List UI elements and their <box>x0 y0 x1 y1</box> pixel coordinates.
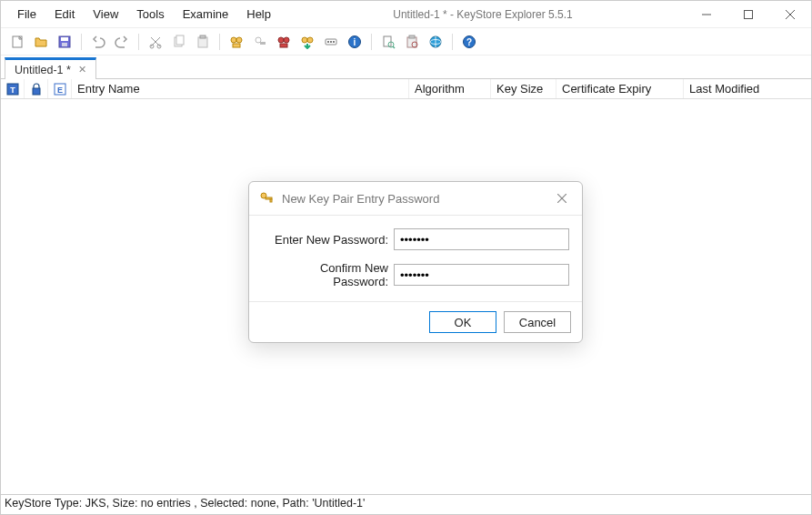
menu-examine[interactable]: Examine <box>174 4 238 25</box>
confirm-password-label: Confirm New Password: <box>262 261 394 288</box>
dialog-buttons: OK Cancel <box>249 302 582 342</box>
save-icon[interactable] <box>54 31 75 53</box>
confirm-password-input[interactable] <box>394 264 569 286</box>
maximize-button[interactable] <box>727 1 769 27</box>
svg-rect-20 <box>260 42 266 45</box>
svg-rect-14 <box>198 37 207 47</box>
column-cert-expiry[interactable]: Certificate Expiry <box>556 79 684 98</box>
svg-rect-32 <box>384 36 391 46</box>
copy-icon[interactable] <box>168 31 190 53</box>
column-entry-name[interactable]: Entry Name <box>72 79 409 98</box>
svg-rect-13 <box>176 35 184 45</box>
generate-keypair-icon[interactable] <box>226 31 247 53</box>
svg-rect-6 <box>61 37 68 41</box>
menu-help[interactable]: Help <box>237 4 280 25</box>
enter-password-label: Enter New Password: <box>262 233 394 247</box>
window-title: Untitled-1 * - KeyStore Explorer 5.5.1 <box>280 8 686 21</box>
examine-clipboard-icon[interactable] <box>401 31 423 53</box>
column-type[interactable]: T <box>1 79 25 98</box>
separator <box>138 34 139 50</box>
svg-rect-1 <box>745 10 753 18</box>
enter-password-input[interactable] <box>394 228 569 250</box>
set-password-icon[interactable] <box>320 31 342 53</box>
svg-point-24 <box>302 37 307 43</box>
cancel-button[interactable]: Cancel <box>504 311 571 333</box>
column-algorithm[interactable]: Algorithm <box>409 79 491 98</box>
separator <box>452 34 453 50</box>
svg-point-25 <box>307 37 313 43</box>
svg-point-28 <box>330 41 332 43</box>
new-icon[interactable] <box>6 31 28 53</box>
window-controls <box>686 1 811 27</box>
svg-rect-18 <box>233 44 240 47</box>
table-header: T E Entry Name Algorithm Key Size Certif… <box>1 79 811 99</box>
svg-text:T: T <box>10 86 15 95</box>
minimize-button[interactable] <box>686 1 727 27</box>
menu-edit[interactable]: Edit <box>45 4 84 25</box>
properties-icon[interactable]: i <box>344 31 366 53</box>
toolbar: i ? <box>1 28 811 56</box>
redo-icon[interactable] <box>111 31 133 53</box>
import-keypair-icon[interactable] <box>273 31 295 53</box>
dialog-body: Enter New Password: Confirm New Password… <box>249 215 582 302</box>
tab-close-icon[interactable]: ✕ <box>78 64 86 76</box>
import-cert-icon[interactable] <box>296 31 318 53</box>
svg-rect-50 <box>270 199 272 202</box>
dialog-title: New Key Pair Entry Password <box>282 192 551 206</box>
svg-point-29 <box>333 41 335 43</box>
cut-icon[interactable] <box>145 31 166 53</box>
paste-icon[interactable] <box>192 31 214 53</box>
keys-icon <box>258 190 275 207</box>
tab-label: Untitled-1 * <box>15 64 71 76</box>
expiry-icon: E <box>53 82 67 96</box>
column-expiry-status[interactable]: E <box>48 79 72 98</box>
column-lock[interactable] <box>25 79 48 98</box>
examine-file-icon[interactable] <box>377 31 399 53</box>
svg-point-22 <box>284 37 289 43</box>
generate-secret-key-icon[interactable] <box>249 31 271 53</box>
close-button[interactable] <box>769 1 811 27</box>
svg-text:i: i <box>354 37 356 47</box>
status-bar: KeyStore Type: JKS, Size: no entries , S… <box>1 494 811 514</box>
svg-text:E: E <box>56 86 62 95</box>
tab-untitled[interactable]: Untitled-1 * ✕ <box>5 57 96 79</box>
title-bar: File Edit View Tools Examine Help Untitl… <box>1 1 811 28</box>
separator <box>81 34 82 50</box>
svg-rect-45 <box>33 88 40 95</box>
dialog-close-button[interactable] <box>551 187 573 209</box>
svg-rect-23 <box>280 44 287 47</box>
separator <box>371 34 372 50</box>
column-last-modified[interactable]: Last Modified <box>684 79 811 98</box>
type-icon: T <box>5 82 20 96</box>
svg-rect-7 <box>62 43 67 46</box>
lock-icon <box>29 82 44 96</box>
help-icon[interactable]: ? <box>458 31 480 53</box>
undo-icon[interactable] <box>87 31 109 53</box>
column-key-size[interactable]: Key Size <box>491 79 556 98</box>
svg-point-21 <box>278 37 284 43</box>
svg-point-27 <box>327 41 329 43</box>
examine-ssl-icon[interactable] <box>425 31 446 53</box>
svg-line-34 <box>393 46 395 48</box>
separator <box>219 34 220 50</box>
tab-row: Untitled-1 * ✕ <box>1 56 811 79</box>
menu-file[interactable]: File <box>8 4 45 25</box>
svg-point-16 <box>231 37 236 43</box>
svg-rect-15 <box>200 35 206 38</box>
menu-view[interactable]: View <box>84 4 127 25</box>
svg-rect-36 <box>409 35 415 38</box>
dialog-title-bar[interactable]: New Key Pair Entry Password <box>249 182 582 215</box>
svg-text:?: ? <box>466 37 472 47</box>
ok-button[interactable]: OK <box>429 311 496 333</box>
menu-tools[interactable]: Tools <box>127 4 173 25</box>
password-dialog: New Key Pair Entry Password Enter New Pa… <box>248 181 583 343</box>
open-icon[interactable] <box>30 31 52 53</box>
menu-bar: File Edit View Tools Examine Help <box>1 1 280 28</box>
svg-point-17 <box>236 37 242 43</box>
